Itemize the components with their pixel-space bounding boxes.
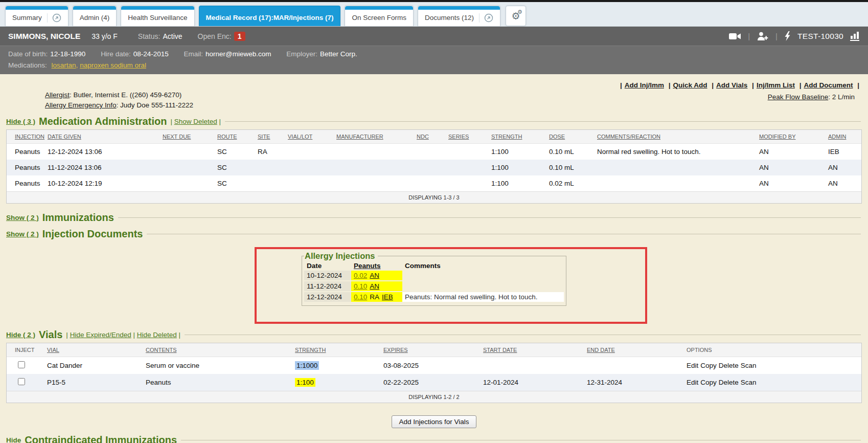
mar-col-modified-by[interactable]: MODIFIED BY [759,134,796,140]
peak-flow-link[interactable]: Peak Flow Baseline [768,93,829,101]
cell-route: SC [213,175,254,192]
mar-col-site[interactable]: SITE [258,134,270,140]
documents-popout-icon[interactable] [479,13,493,23]
mar-col-date-given[interactable]: DATE GIVEN [48,134,81,140]
quick-add-link[interactable]: Quick Add [673,81,707,89]
tab-medical-record-label: Medical Record (17):MAR/Injections (7) [206,14,334,21]
video-camera-icon[interactable] [729,32,741,40]
mar-col-manufacturer[interactable]: MANUFACTURER [336,134,383,140]
injection-documents-title: Injection Documents [42,228,143,240]
inj-imm-list-link[interactable]: Inj/Imm List [757,81,795,89]
vials-col-start-date[interactable]: START DATE [483,347,517,353]
mar-col-injection[interactable]: INJECTION [15,134,44,140]
allergy-injections-title: Allergy Injections [304,251,378,261]
immunizations-section-header: Show ( 2 ) Immunizations [6,212,862,224]
tab-on-screen-forms[interactable]: On Screen Forms [345,6,414,26]
vials-col-end-date[interactable]: END DATE [587,347,615,353]
delete-link[interactable]: Delete [719,379,739,386]
immunizations-show-toggle[interactable]: Show ( 2 ) [6,214,39,221]
vials-table: INJECT VIAL CONTENTS STRENGTH EXPIRES ST… [7,343,861,403]
ai-col-peanuts[interactable]: Peanuts [354,262,381,270]
ai-header-row: Date Peanuts Comments [304,261,564,271]
inject-checkbox[interactable] [18,378,25,385]
mar-hide-toggle[interactable]: Hide ( 3 ) [6,118,35,125]
vials-col-expires[interactable]: EXPIRES [383,347,408,353]
edit-link[interactable]: Edit [687,379,698,386]
patient-name: SIMMONS, NICOLE [8,32,80,41]
add-person-icon[interactable] [757,32,769,41]
mar-col-ndc[interactable]: NDC [417,134,429,140]
contraindicated-hide-toggle[interactable]: Hide [6,436,21,443]
dob-label: Date of birth: [8,50,48,58]
tab-medical-record[interactable]: Medical Record (17):MAR/Injections (7) [199,6,341,26]
hide-expired-ended-link[interactable]: Hide Expired/Ended [70,331,131,339]
add-vials-link[interactable]: Add Vials [716,81,747,89]
cell-manufacturer [332,175,413,192]
cell-expires: 03-08-2025 [379,357,479,374]
ai-dose-link[interactable]: 0.02 [354,272,367,279]
settings-button[interactable]: ⚙ ⚙ [506,6,526,26]
cell-strength: 1:100 [487,175,545,192]
add-injections-for-vials-button[interactable]: Add Injections for Vials [392,415,476,428]
vials-paging-status: DISPLAYING 1-2 / 2 [7,391,861,403]
cell-start-date: 12-01-2024 [479,374,583,391]
edit-link[interactable]: Edit [687,362,698,369]
scan-link[interactable]: Scan [741,362,757,369]
add-document-link[interactable]: Add Document [804,81,853,89]
mar-col-vial-lot[interactable]: VIAL/LOT [288,134,312,140]
cell-site [254,160,284,175]
cell-modified-by: AN [755,175,824,192]
medication-link-losartan[interactable]: losartan [52,61,76,69]
ai-admin-link[interactable]: AN [370,272,379,279]
ai-dose-link[interactable]: 0.10 [354,282,367,290]
cell-strength: 1:100 [487,160,545,175]
tab-bar: Summary Admin (4) Health Surveillance Me… [0,2,868,27]
allergy-emergency-link[interactable]: Allergy Emergency Info [45,101,117,109]
pipe: | [712,81,714,89]
mar-col-dose[interactable]: DOSE [549,134,565,140]
open-enc-label: Open Enc: [198,32,232,40]
allergist-link[interactable]: Allergist [45,91,70,99]
delete-link[interactable]: Delete [719,362,739,369]
vials-col-vial[interactable]: VIAL [47,347,59,353]
summary-popout-icon[interactable] [47,13,61,23]
contraindicated-title: Contraindicated Immunizations [25,434,177,443]
ai-admin-link[interactable]: AN [370,282,379,290]
mar-col-route[interactable]: ROUTE [217,134,237,140]
medications-row: Medications: losartan, naproxen sodium o… [8,60,860,71]
scan-link[interactable]: Scan [741,379,757,386]
tab-health-surveillance[interactable]: Health Surveillance [121,6,194,26]
add-inj-imm-link[interactable]: Add Inj/Imm [625,81,664,89]
tab-documents-label: Documents (12) [425,14,474,21]
hide-deleted-link[interactable]: Hide Deleted [137,331,177,339]
chart-icon[interactable] [850,31,860,41]
ai-admin-link[interactable]: IEB [382,293,393,301]
mar-col-next-due[interactable]: NEXT DUE [163,134,191,140]
icon-separator: | [775,32,778,40]
show-deleted-link[interactable]: Show Deleted [174,118,217,125]
mar-col-admin[interactable]: ADMIN [828,134,846,140]
copy-link[interactable]: Copy [700,362,717,369]
vials-col-contents[interactable]: CONTENTS [146,347,177,353]
tab-admin[interactable]: Admin (4) [73,6,117,26]
vials-col-strength[interactable]: STRENGTH [295,347,326,353]
colon: : [828,93,830,101]
vials-hide-toggle[interactable]: Hide ( 2 ) [6,331,35,339]
tab-documents[interactable]: Documents (12) [418,6,500,26]
cell-next-due [158,175,213,192]
ai-row: 12-12-2024 0.10RAIEB Peanuts: Normal red… [304,292,564,302]
cell-manufacturer [332,144,413,160]
injection-documents-show-toggle[interactable]: Show ( 2 ) [6,230,39,238]
copy-link[interactable]: Copy [700,379,717,386]
ai-dose-link[interactable]: 0.10 [354,293,367,301]
pipe: | [800,81,802,89]
colon: : [117,101,119,109]
open-enc-badge[interactable]: 1 [234,32,245,41]
medication-link-naproxen[interactable]: naproxen sodium oral [80,61,146,69]
mar-col-strength[interactable]: STRENGTH [491,134,522,140]
inject-checkbox[interactable] [18,361,25,368]
lightning-icon[interactable] [784,31,791,41]
mar-col-series[interactable]: SERIES [448,134,469,140]
mar-col-comments[interactable]: COMMENTS/REACTION [597,134,660,140]
tab-summary[interactable]: Summary [5,6,68,26]
